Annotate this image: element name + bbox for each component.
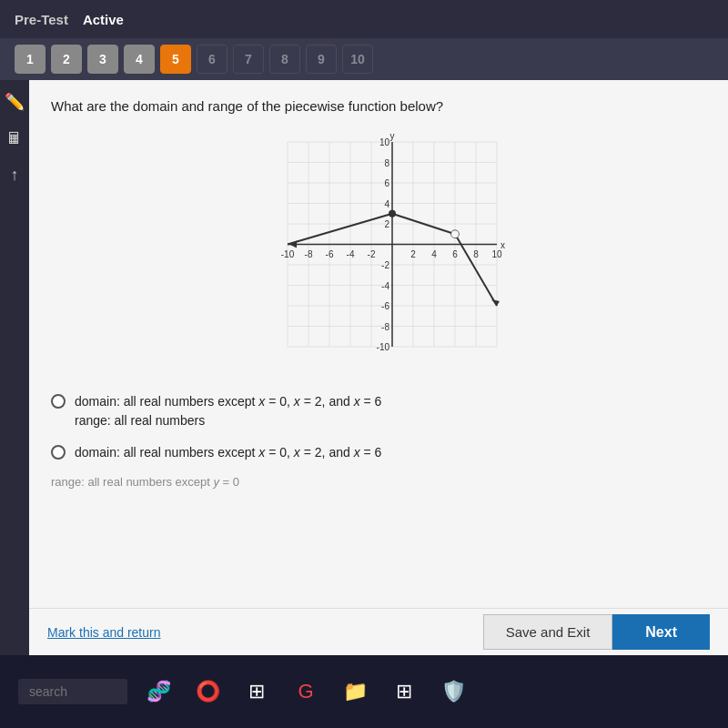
taskbar-circle-icon[interactable]: ⭕ — [189, 673, 226, 710]
question-nav: 1 2 3 4 5 6 7 8 9 10 — [0, 38, 728, 80]
option-a[interactable]: domain: all real numbers except x = 0, x… — [51, 392, 706, 430]
radio-a[interactable] — [51, 394, 66, 409]
q-num-6[interactable]: 6 — [197, 45, 228, 74]
taskbar-windows-icon[interactable]: ⊞ — [386, 673, 422, 710]
graph-container — [242, 128, 515, 374]
q-num-9[interactable]: 9 — [306, 45, 337, 74]
option-b-text: domain: all real numbers except x = 0, x… — [75, 443, 381, 462]
graph-canvas — [242, 128, 515, 374]
main-content: What are the domain and range of the pie… — [29, 80, 728, 655]
q-num-5[interactable]: 5 — [160, 45, 191, 74]
taskbar-grid-icon[interactable]: ⊞ — [238, 673, 275, 710]
question-text: What are the domain and range of the pie… — [51, 98, 706, 114]
left-sidebar: ✏️ 🖩 ↑ — [0, 80, 29, 655]
q-num-8[interactable]: 8 — [269, 45, 300, 74]
up-arrow-icon[interactable]: ↑ — [2, 162, 27, 187]
pretest-label: Pre-Test — [15, 12, 68, 27]
mark-return-link[interactable]: Mark this and return — [47, 625, 161, 640]
q-num-2[interactable]: 2 — [51, 45, 82, 74]
next-button[interactable]: Next — [612, 614, 710, 650]
taskbar-shield-icon[interactable]: 🛡️ — [435, 673, 471, 710]
option-a-text: domain: all real numbers except x = 0, x… — [75, 392, 381, 430]
radio-b[interactable] — [51, 445, 66, 460]
save-exit-button[interactable]: Save and Exit — [483, 614, 613, 650]
taskbar: 🧬 ⭕ ⊞ G 📁 ⊞ 🛡️ — [0, 655, 728, 728]
top-bar: Pre-Test Active — [0, 0, 728, 38]
q-num-4[interactable]: 4 — [124, 45, 155, 74]
calculator-icon[interactable]: 🖩 — [2, 126, 27, 151]
taskbar-dna-icon[interactable]: 🧬 — [140, 673, 177, 710]
q-num-3[interactable]: 3 — [87, 45, 118, 74]
taskbar-folder-icon[interactable]: 📁 — [337, 673, 373, 710]
q-num-7[interactable]: 7 — [233, 45, 264, 74]
bottom-buttons: Save and Exit Next — [483, 614, 710, 650]
active-label: Active — [83, 12, 124, 27]
taskbar-google-icon[interactable]: G — [288, 673, 324, 710]
answer-options: domain: all real numbers except x = 0, x… — [51, 392, 706, 489]
partial-hint: range: all real numbers except y = 0 — [51, 475, 706, 489]
option-b[interactable]: domain: all real numbers except x = 0, x… — [51, 443, 706, 462]
pencil-icon[interactable]: ✏️ — [2, 89, 27, 115]
q-num-1[interactable]: 1 — [15, 45, 46, 74]
q-num-10[interactable]: 10 — [342, 45, 373, 74]
bottom-bar: Mark this and return Save and Exit Next — [29, 608, 728, 655]
taskbar-search-input[interactable] — [18, 679, 127, 704]
